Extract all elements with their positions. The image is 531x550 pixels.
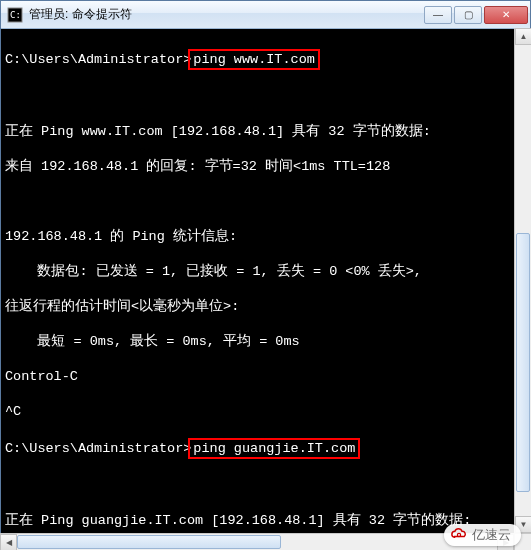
scroll-track[interactable] — [515, 45, 531, 516]
output-line: 正在 Ping www.IT.com [192.168.48.1] 具有 32 … — [5, 123, 526, 141]
highlight-ping2: ping guangjie.IT.com — [188, 438, 360, 460]
close-button[interactable]: ✕ — [484, 6, 528, 24]
scroll-thumb[interactable] — [516, 233, 530, 492]
output-line: 最短 = 0ms, 最长 = 0ms, 平均 = 0ms — [5, 333, 526, 351]
cloud-icon — [450, 526, 468, 544]
output-line: ^C — [5, 403, 526, 421]
output-line: 往返行程的估计时间<以毫秒为单位>: — [5, 298, 526, 316]
scroll-track[interactable] — [17, 534, 497, 550]
output-line: 192.168.48.1 的 Ping 统计信息: — [5, 228, 526, 246]
maximize-button[interactable]: ▢ — [454, 6, 482, 24]
output-line: 数据包: 已发送 = 1, 已接收 = 1, 丢失 = 0 <0% 丢失>, — [5, 263, 526, 281]
window-buttons: — ▢ ✕ — [424, 6, 528, 24]
scroll-left-button[interactable]: ◀ — [0, 534, 17, 550]
prompt: C:\Users\Administrator> — [5, 441, 191, 456]
scroll-thumb[interactable] — [17, 535, 281, 549]
cmd-window: C: 管理员: 命令提示符 — ▢ ✕ C:\Users\Administrat… — [0, 0, 531, 550]
window-title: 管理员: 命令提示符 — [29, 6, 424, 23]
horizontal-scrollbar[interactable]: ◀ ▶ — [0, 533, 514, 550]
watermark: 亿速云 — [444, 524, 521, 546]
scroll-up-button[interactable]: ▲ — [515, 28, 531, 45]
terminal-output[interactable]: C:\Users\Administrator>ping www.IT.com 正… — [1, 29, 530, 549]
output-line: 来自 192.168.48.1 的回复: 字节=32 时间<1ms TTL=12… — [5, 158, 526, 176]
highlight-ping1: ping www.IT.com — [188, 49, 320, 71]
prompt: C:\Users\Administrator> — [5, 52, 191, 67]
vertical-scrollbar[interactable]: ▲ ▼ — [514, 28, 531, 533]
output-line: Control-C — [5, 368, 526, 386]
titlebar[interactable]: C: 管理员: 命令提示符 — ▢ ✕ — [1, 1, 530, 29]
cmd-icon: C: — [7, 7, 23, 23]
svg-point-2 — [457, 533, 460, 536]
svg-text:C:: C: — [10, 10, 21, 20]
minimize-button[interactable]: — — [424, 6, 452, 24]
watermark-text: 亿速云 — [472, 526, 511, 544]
